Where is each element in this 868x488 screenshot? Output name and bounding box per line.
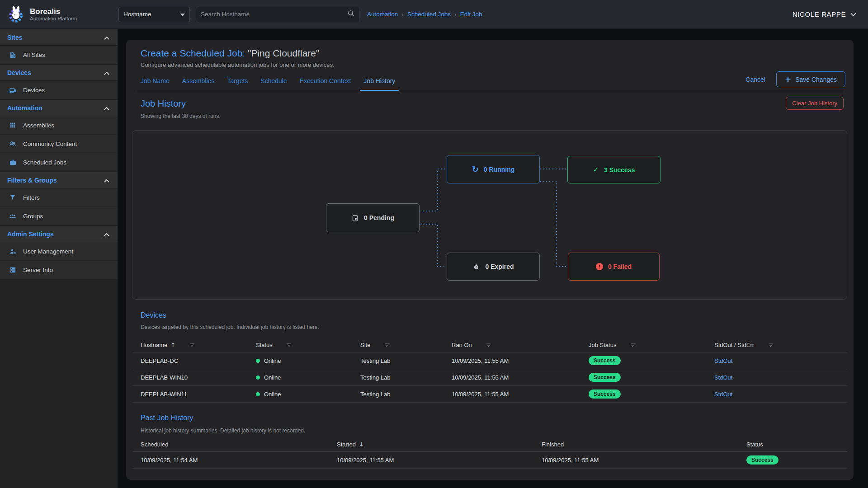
hostname-cell: DEEPLAB-WIN11	[132, 391, 256, 398]
column-stdout-stderr[interactable]: StdOut / StdErr	[714, 342, 847, 348]
stdout-link[interactable]: StdOut	[714, 357, 732, 364]
grid-icon	[9, 121, 17, 129]
sidebar-item-all-sites[interactable]: All Sites	[0, 46, 118, 64]
tab-execution-context[interactable]: Execution Context	[293, 71, 358, 90]
borealis-rabbit-logo	[6, 5, 25, 24]
filter-icon[interactable]	[383, 342, 390, 348]
ran-on-cell: 10/09/2025, 11:55 AM	[452, 374, 589, 381]
online-dot-icon	[256, 359, 260, 363]
sidebar-section-filters-groups[interactable]: Filters & Groups	[0, 172, 118, 188]
past-job-history-subheading: Historical job history summaries. Detail…	[141, 427, 305, 434]
sidebar-item-scheduled-jobs[interactable]: Scheduled Jobs	[0, 153, 118, 172]
devices-subheading: Devices targeted by this scheduled job. …	[141, 324, 319, 330]
job-history-subheading: Showing the last 30 days of runs.	[141, 113, 221, 119]
column-status[interactable]: Status	[256, 342, 360, 348]
filter-icon[interactable]	[629, 342, 636, 348]
stdout-link[interactable]: StdOut	[714, 374, 732, 381]
ran-on-cell: 10/09/2025, 11:55 AM	[452, 391, 589, 398]
building-icon	[9, 51, 17, 59]
job-history-heading: Job History	[141, 99, 186, 109]
hostname-cell: DEEPLAB-DC	[132, 357, 256, 364]
site-cell: Testing Lab	[360, 374, 452, 381]
search-input[interactable]	[201, 11, 347, 18]
breadcrumb-separator-icon	[401, 11, 404, 18]
stdout-link[interactable]: StdOut	[714, 391, 732, 398]
chevron-up-icon	[104, 176, 109, 184]
tab-targets[interactable]: Targets	[221, 71, 254, 90]
hostname-dropdown[interactable]: Hostname	[118, 7, 190, 22]
save-changes-button[interactable]: Save Changes	[776, 71, 845, 87]
sort-desc-icon[interactable]	[359, 441, 364, 448]
sidebar-item-label: Community Content	[23, 141, 77, 147]
status-badge: Success	[589, 373, 621, 382]
sidebar-section-admin-settings[interactable]: Admin Settings	[0, 225, 118, 242]
status-badge: Success	[746, 455, 778, 465]
funnel-icon	[9, 193, 17, 202]
cancel-button[interactable]: Cancel	[745, 76, 765, 83]
column-finished[interactable]: Finished	[542, 441, 746, 448]
status-badge: Success	[589, 356, 621, 365]
stdout-cell: StdOut	[714, 391, 847, 398]
tab-job-name[interactable]: Job Name	[134, 71, 176, 90]
column-started[interactable]: Started	[337, 441, 542, 448]
column-site[interactable]: Site	[360, 342, 452, 348]
column-ran-on[interactable]: Ran On	[452, 342, 589, 348]
flow-node-pending: 0 Pending	[326, 203, 420, 232]
status-badge: Success	[589, 389, 621, 399]
sidebar-item-label: Devices	[23, 87, 45, 94]
page-title: Create a Scheduled Job: "Ping Cloudflare…	[141, 48, 320, 59]
sidebar-section-automation[interactable]: Automation	[0, 99, 118, 116]
breadcrumb-scheduled-jobs[interactable]: Scheduled Jobs	[407, 11, 451, 18]
sidebar-item-server-info[interactable]: Server Info	[0, 261, 118, 279]
tab-schedule[interactable]: Schedule	[254, 71, 293, 90]
sidebar-item-community-content[interactable]: Community Content	[0, 135, 118, 153]
tab-assemblies[interactable]: Assemblies	[176, 71, 221, 90]
check-icon	[593, 166, 599, 174]
chevron-up-icon	[104, 230, 109, 238]
table-row: 10/09/2025, 11:54 AM 10/09/2025, 11:55 A…	[132, 452, 847, 469]
status-cell: Online	[256, 357, 360, 364]
sidebar-item-groups[interactable]: Groups	[0, 207, 118, 225]
filter-icon[interactable]	[286, 342, 292, 348]
filter-icon[interactable]	[189, 342, 195, 348]
sidebar-section-sites[interactable]: Sites	[0, 29, 118, 46]
breadcrumb-automation[interactable]: Automation	[367, 11, 398, 18]
sidebar-item-assemblies[interactable]: Assemblies	[0, 116, 118, 135]
past-job-history-heading: Past Job History	[141, 414, 193, 422]
brand-subtitle: Automation Platform	[30, 16, 77, 21]
sidebar-item-label: Scheduled Jobs	[23, 159, 66, 166]
sort-asc-icon[interactable]	[170, 342, 175, 348]
sidebar-item-devices[interactable]: Devices	[0, 81, 118, 99]
user-gear-icon	[9, 247, 17, 255]
server-icon	[9, 266, 17, 274]
site-cell: Testing Lab	[360, 357, 452, 364]
search-icon[interactable]	[347, 9, 355, 19]
flow-node-running: 0 Running	[447, 155, 540, 183]
column-scheduled[interactable]: Scheduled	[132, 441, 337, 448]
sidebar-item-label: Groups	[23, 213, 43, 220]
devices-table-header: Hostname Status Site Ran On Job S	[132, 338, 847, 352]
column-job-status[interactable]: Job Status	[589, 342, 714, 348]
past-table-header: Scheduled Started Finished Status	[132, 437, 847, 452]
column-status[interactable]: Status	[746, 441, 847, 448]
sidebar-section-devices[interactable]: Devices	[0, 64, 118, 81]
user-menu[interactable]: NICOLE RAPPE	[793, 10, 856, 18]
sidebar-item-filters[interactable]: Filters	[0, 188, 118, 207]
status-cell: Success	[746, 455, 847, 465]
breadcrumb-edit-job[interactable]: Edit Job	[460, 11, 482, 18]
tab-job-history[interactable]: Job History	[357, 71, 401, 90]
site-cell: Testing Lab	[360, 391, 452, 398]
sidebar-item-user-management[interactable]: User Management	[0, 242, 118, 261]
devices-icon	[9, 86, 17, 94]
tabs-bar: Job Name Assemblies Targets Schedule Exe…	[134, 70, 845, 91]
sidebar-item-label: User Management	[23, 248, 73, 255]
filter-icon[interactable]	[767, 342, 774, 348]
sidebar-item-label: Server Info	[23, 267, 53, 273]
error-icon	[596, 263, 603, 270]
chevron-down-icon	[850, 13, 856, 16]
filter-icon[interactable]	[485, 342, 492, 348]
tab-actions: Cancel Save Changes	[745, 71, 845, 90]
finished-cell: 10/09/2025, 11:55 AM	[542, 457, 746, 464]
column-hostname[interactable]: Hostname	[132, 342, 256, 348]
clear-job-history-button[interactable]: Clear Job History	[786, 97, 844, 110]
